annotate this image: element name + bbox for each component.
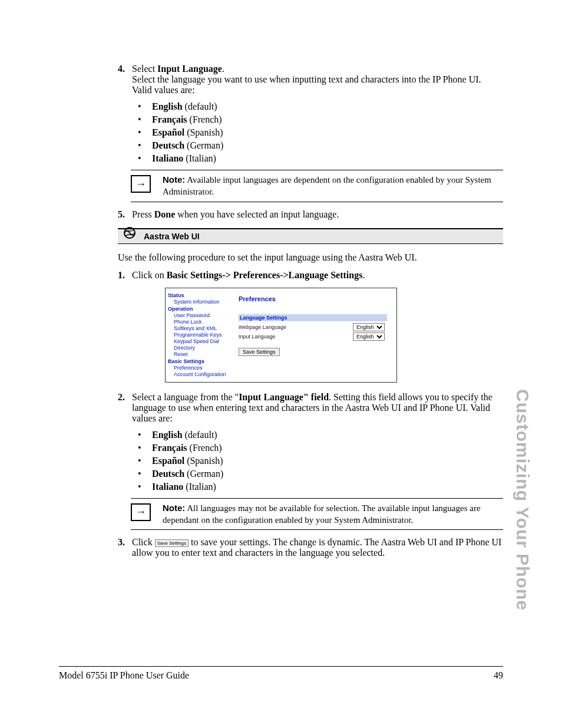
section-title: Aastra Web UI bbox=[118, 228, 503, 244]
bold-text: Basic Settings-> Preferences->Language S… bbox=[167, 270, 363, 280]
note-arrow-icon: → bbox=[131, 503, 151, 521]
bold-text: Input Language bbox=[157, 64, 222, 74]
note-block-2: → Note: All languages may not be availab… bbox=[131, 498, 503, 531]
webui-main: Preferences Language Settings Webpage La… bbox=[235, 288, 396, 382]
list-item: Français (French) bbox=[138, 114, 503, 125]
language-settings-heading: Language Settings bbox=[239, 314, 387, 321]
field-row: Input Language English bbox=[239, 332, 385, 341]
nav-item[interactable]: System Information bbox=[168, 299, 233, 305]
lang-name: Deutsch bbox=[152, 140, 184, 150]
web-step-1: 1. Click on Basic Settings-> Preferences… bbox=[118, 270, 503, 281]
lang-note: (German) bbox=[184, 140, 223, 150]
step-description: Select the language you want to use when… bbox=[132, 74, 503, 95]
page-number: 49 bbox=[494, 670, 503, 681]
step-number: 4. bbox=[118, 64, 132, 95]
save-settings-button[interactable]: Save Settings bbox=[239, 348, 280, 356]
note-block: → Note: Available input languages are de… bbox=[131, 170, 503, 202]
input-language-select[interactable]: English bbox=[353, 332, 385, 341]
list-item: English (default) bbox=[138, 430, 503, 440]
nav-item[interactable]: Preferences bbox=[168, 365, 233, 371]
step-number: 2. bbox=[118, 392, 132, 424]
page-body: 4. Select Input Language. Select the lan… bbox=[0, 0, 562, 558]
lang-name: Français bbox=[152, 114, 187, 124]
text: when you have selected an input language… bbox=[175, 209, 339, 219]
step-body: Select Input Language. Select the langua… bbox=[132, 64, 503, 95]
nav-heading-status: Status bbox=[168, 292, 233, 298]
nav-item[interactable]: Programmable Keys bbox=[168, 332, 233, 338]
nav-item[interactable]: Phone Lock bbox=[168, 319, 233, 325]
web-step-2: 2. Select a language from the "Input Lan… bbox=[118, 392, 503, 424]
list-item: English (default) bbox=[138, 101, 503, 112]
list-item: Deutsch (German) bbox=[138, 469, 503, 479]
nav-item[interactable]: Account Configuration bbox=[168, 371, 233, 377]
step-number: 1. bbox=[118, 270, 132, 281]
bold-text: Done bbox=[154, 209, 176, 219]
webui-screenshot: Status System Information Operation User… bbox=[165, 288, 397, 383]
web-step-3: 3. Click Save Settings to save your sett… bbox=[118, 537, 503, 558]
step-4: 4. Select Input Language. Select the lan… bbox=[118, 64, 503, 95]
text: Click on bbox=[132, 270, 167, 280]
note-arrow-icon: → bbox=[131, 175, 151, 193]
note-label: Note: bbox=[163, 503, 185, 513]
lang-name: Français bbox=[152, 443, 187, 453]
list-item: Español (Spanish) bbox=[138, 127, 503, 138]
webui-nav: Status System Information Operation User… bbox=[166, 288, 235, 382]
nav-item[interactable]: Reset bbox=[168, 351, 233, 357]
field-label: Webpage Language bbox=[239, 324, 353, 330]
list-item: Deutsch (German) bbox=[138, 140, 503, 151]
page-footer: Model 6755i IP Phone User Guide 49 bbox=[59, 666, 503, 681]
nav-heading-operation: Operation bbox=[168, 306, 233, 312]
lang-name: English bbox=[152, 101, 183, 111]
field-row: Webpage Language English bbox=[239, 323, 385, 331]
text: . bbox=[362, 270, 365, 280]
list-item: Italiano (Italian) bbox=[138, 153, 503, 164]
lang-name: Italiano bbox=[152, 153, 183, 163]
preferences-title: Preferences bbox=[239, 295, 392, 302]
lang-note: (French) bbox=[187, 114, 222, 124]
lang-note: (Italian) bbox=[183, 153, 216, 163]
nav-item[interactable]: Keypad Speed Dial bbox=[168, 338, 233, 344]
step-body: Press Done when you have selected an inp… bbox=[132, 209, 503, 220]
lang-name: Español bbox=[152, 456, 184, 466]
nav-heading-basic: Basic Settings bbox=[168, 358, 233, 364]
note-label: Note: bbox=[163, 174, 185, 185]
footer-title: Model 6755i IP Phone User Guide bbox=[59, 670, 189, 681]
field-label: Input Language bbox=[239, 334, 353, 340]
intro-text: Use the following procedure to set the i… bbox=[118, 252, 503, 263]
lang-note: (Italian) bbox=[183, 482, 216, 492]
step-number: 3. bbox=[118, 537, 132, 558]
lang-name: English bbox=[152, 430, 183, 440]
lang-name: Italiano bbox=[152, 482, 183, 492]
text: Press bbox=[132, 209, 154, 219]
note-text: Note: All languages may not be available… bbox=[163, 502, 503, 526]
nav-item[interactable]: User Password bbox=[168, 312, 233, 318]
lang-note: (French) bbox=[187, 443, 222, 453]
section-header: Aastra Web UI bbox=[118, 228, 503, 244]
lang-name: Deutsch bbox=[152, 469, 184, 479]
step-body: Click on Basic Settings-> Preferences->L… bbox=[132, 270, 503, 281]
step-body: Select a language from the "Input Langua… bbox=[132, 392, 503, 424]
globe-icon bbox=[124, 227, 135, 239]
text: Select bbox=[132, 64, 157, 74]
language-list: English (default) Français (French) Espa… bbox=[118, 101, 503, 164]
text: . bbox=[222, 64, 224, 74]
lang-note: (Spanish) bbox=[184, 456, 223, 466]
lang-name: Español bbox=[152, 127, 184, 137]
list-item: Español (Spanish) bbox=[138, 456, 503, 466]
webpage-language-select[interactable]: English bbox=[353, 323, 385, 331]
step-number: 5. bbox=[118, 209, 132, 220]
lang-note: (default) bbox=[183, 430, 217, 440]
lang-note: (German) bbox=[184, 469, 223, 479]
list-item: Français (French) bbox=[138, 443, 503, 453]
nav-item[interactable]: Softkeys and XML bbox=[168, 325, 233, 331]
text: Select a language from the " bbox=[132, 392, 239, 402]
save-settings-inline-button[interactable]: Save Settings bbox=[155, 539, 189, 547]
list-item: Italiano (Italian) bbox=[138, 482, 503, 492]
lang-note: (default) bbox=[183, 101, 217, 111]
note-text: Note: Available input languages are depe… bbox=[163, 174, 503, 198]
nav-item[interactable]: Directory bbox=[168, 345, 233, 351]
lang-note: (Spanish) bbox=[184, 127, 223, 137]
text: Click bbox=[132, 537, 155, 547]
bold-text: Input Language" field bbox=[239, 392, 329, 402]
step-5: 5. Press Done when you have selected an … bbox=[118, 209, 503, 220]
